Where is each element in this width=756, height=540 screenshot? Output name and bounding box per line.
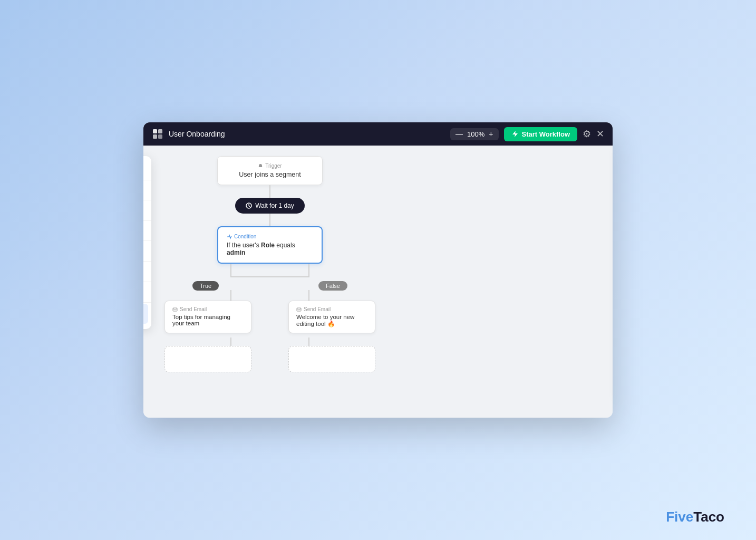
sidebar-item-conversion-goal[interactable]: ◎ Conversion Goal bbox=[143, 282, 151, 303]
svg-rect-0 bbox=[153, 129, 157, 133]
trigger-text: User joins a segment bbox=[228, 171, 312, 178]
sidebar-item-condition[interactable]: ⤢ Condition bbox=[143, 200, 151, 221]
workflow-flow: Trigger User joins a segment Wait for 1 … bbox=[164, 156, 375, 372]
svg-rect-3 bbox=[158, 134, 162, 139]
sidebar-item-multiple-split[interactable]: ⛶ Multiple Split bbox=[143, 221, 151, 241]
placeholder-row bbox=[164, 346, 375, 372]
bell-icon bbox=[258, 163, 263, 169]
canvas-area: ⏱ Time Delay ⏸ Wait Until ⤢ Condition ⛶ … bbox=[143, 146, 613, 418]
zoom-in-button[interactable]: + bbox=[489, 130, 493, 138]
workflow-canvas: Trigger User joins a segment Wait for 1 … bbox=[164, 156, 375, 372]
email-left-label: Send Email bbox=[172, 306, 244, 312]
branding: FiveTaco bbox=[666, 509, 724, 525]
false-branch-tag: False bbox=[318, 281, 347, 291]
sidebar-item-wait-until[interactable]: ⏸ Wait Until bbox=[143, 180, 151, 200]
email-right-text: Welcome to your new editing tool 🔥 bbox=[296, 314, 367, 327]
wait-node[interactable]: Wait for 1 day bbox=[235, 198, 305, 214]
lightning-icon bbox=[511, 130, 519, 138]
connector-line-2 bbox=[269, 214, 270, 226]
app-window: User Onboarding — 100% + Start Workflow … bbox=[143, 122, 613, 418]
trigger-label: Trigger bbox=[228, 163, 312, 169]
zoom-value: 100% bbox=[467, 130, 484, 138]
branding-five: Five bbox=[666, 509, 693, 525]
clock-icon bbox=[246, 202, 252, 209]
svg-rect-6 bbox=[297, 308, 301, 311]
connector-line-1 bbox=[269, 185, 270, 198]
node-panel: ⏱ Time Delay ⏸ Wait Until ⤢ Condition ⛶ … bbox=[143, 156, 151, 329]
sidebar-item-repeat-until[interactable]: ↺ Repeat Until bbox=[143, 241, 151, 262]
wait-text: Wait for 1 day bbox=[255, 202, 294, 209]
email-right-icon bbox=[296, 307, 302, 312]
sidebar-item-production-rule[interactable]: ⤳ Production Rule bbox=[143, 262, 151, 282]
sidebar-item-split-test[interactable]: ⚗ Split Test bbox=[143, 304, 148, 324]
start-workflow-label: Start Workflow bbox=[522, 130, 570, 138]
title-bar-left: User Onboarding bbox=[152, 128, 225, 140]
svg-rect-1 bbox=[158, 129, 162, 133]
email-left-text: Top tips for managing your team bbox=[172, 314, 244, 326]
condition-node-label: Condition bbox=[227, 234, 313, 239]
email-node-left[interactable]: Send Email Top tips for managing your te… bbox=[164, 301, 251, 333]
condition-node-icon bbox=[227, 234, 232, 239]
settings-icon[interactable]: ⚙ bbox=[583, 128, 591, 140]
branch-row: True False bbox=[178, 281, 362, 290]
app-title: User Onboarding bbox=[169, 130, 225, 138]
title-bar-right: — 100% + Start Workflow ⚙ ✕ bbox=[450, 127, 604, 141]
svg-rect-5 bbox=[173, 308, 177, 311]
title-bar: User Onboarding — 100% + Start Workflow … bbox=[143, 122, 613, 146]
placeholder-node-left bbox=[164, 346, 251, 372]
trigger-node[interactable]: Trigger User joins a segment bbox=[217, 156, 323, 185]
condition-node-text: If the user's Role equals admin bbox=[227, 242, 313, 256]
email-right-label: Send Email bbox=[296, 306, 367, 312]
zoom-control: — 100% + bbox=[450, 128, 498, 140]
email-left-icon bbox=[172, 307, 178, 312]
app-logo-icon bbox=[152, 128, 163, 140]
svg-rect-2 bbox=[153, 134, 157, 139]
true-branch-tag: True bbox=[192, 281, 219, 291]
branding-taco: Taco bbox=[693, 509, 724, 525]
sidebar-item-time-delay[interactable]: ⏱ Time Delay bbox=[143, 160, 151, 180]
zoom-out-button[interactable]: — bbox=[455, 130, 463, 138]
email-row: Send Email Top tips for managing your te… bbox=[164, 301, 375, 333]
email-node-right[interactable]: Send Email Welcome to your new editing t… bbox=[288, 301, 375, 333]
close-icon[interactable]: ✕ bbox=[596, 128, 604, 140]
condition-node[interactable]: Condition If the user's Role equals admi… bbox=[217, 226, 323, 264]
start-workflow-button[interactable]: Start Workflow bbox=[504, 127, 578, 141]
placeholder-node-right bbox=[288, 346, 375, 372]
